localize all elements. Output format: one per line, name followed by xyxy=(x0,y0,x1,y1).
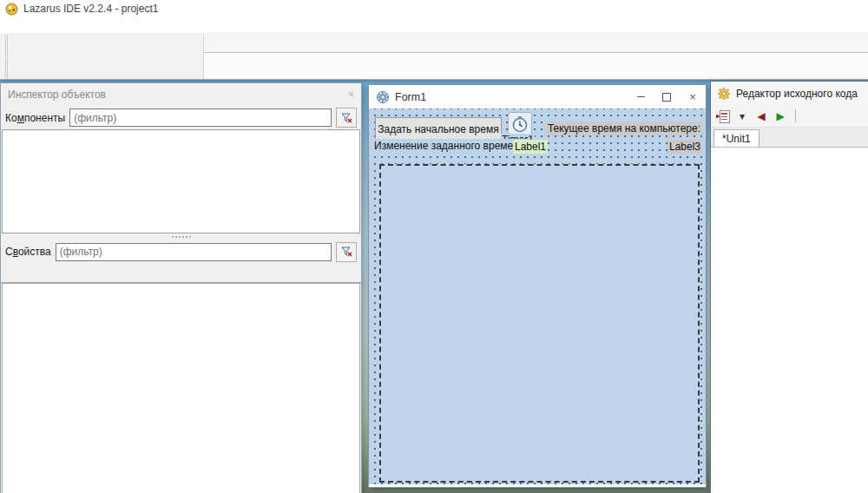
jump-to-section-icon[interactable] xyxy=(715,108,731,124)
form-icon xyxy=(376,90,390,104)
maximize-button[interactable] xyxy=(654,85,680,108)
component-tree[interactable] xyxy=(2,129,360,233)
components-filter-row: Компоненты xyxy=(1,106,361,129)
properties-filter-row: Свойства xyxy=(1,240,361,263)
label3-control[interactable]: Label3 xyxy=(667,140,702,154)
property-grid[interactable] xyxy=(2,283,360,493)
source-editor-title: Редактор исходного кода xyxy=(736,88,858,100)
inspector-splitter[interactable] xyxy=(1,233,361,240)
palette-components xyxy=(204,53,868,79)
components-filter-input[interactable] xyxy=(69,108,332,127)
main-toolbars xyxy=(0,34,204,79)
close-icon[interactable]: × xyxy=(348,89,354,101)
close-button[interactable]: × xyxy=(680,85,706,108)
chevron-down-icon[interactable]: ▾ xyxy=(734,108,750,124)
object-inspector-window: Инспектор объектов × Компоненты Свойства xyxy=(0,82,362,493)
window-title: Lazarus IDE v2.2.4 - project1 xyxy=(23,3,158,15)
label2-control[interactable]: Текущее время на компьютере: xyxy=(546,122,702,135)
form-titlebar[interactable]: Form1 × xyxy=(369,85,706,108)
properties-filter-input[interactable] xyxy=(56,243,332,261)
source-editor-header: Редактор исходного кода xyxy=(711,82,868,105)
palette-tabs xyxy=(204,34,868,53)
stopwatch-icon xyxy=(511,115,529,133)
inspector-tabs xyxy=(1,263,361,283)
menu-bar xyxy=(0,17,868,34)
source-editor-icon xyxy=(717,87,731,101)
desktop-wallpaper: Lazarus IDE v2.2.4 - project1 Инспектор … xyxy=(0,0,868,493)
lazarus-main-window: Lazarus IDE v2.2.4 - project1 xyxy=(0,0,868,80)
navigate-back-icon[interactable]: ◀ xyxy=(753,108,769,124)
editor-tab-bar: *Unit1 xyxy=(711,128,868,148)
components-label: Компоненты xyxy=(5,112,65,124)
image1-control[interactable] xyxy=(379,164,700,483)
source-editor-toolbar: ▾ ◀ ▶ xyxy=(711,105,868,128)
code-editor-area[interactable] xyxy=(711,148,868,493)
object-inspector-title: Инспектор объектов xyxy=(8,89,106,101)
window-controls: × xyxy=(628,85,706,108)
timer1-control[interactable] xyxy=(508,112,532,136)
tab-unit1[interactable]: *Unit1 xyxy=(713,129,760,147)
object-inspector-header: Инспектор объектов × xyxy=(1,83,361,106)
main-titlebar: Lazarus IDE v2.2.4 - project1 xyxy=(0,0,868,17)
lazarus-app-icon xyxy=(5,3,18,16)
component-palette xyxy=(204,34,868,79)
form-designer-window: Form1 × Задать начальное время Timer1 Те… xyxy=(368,84,707,488)
toolbar-row-1 xyxy=(5,35,203,56)
navigate-forward-icon[interactable]: ▶ xyxy=(773,108,788,124)
form-design-surface[interactable]: Задать начальное время Timer1 Текущее вр… xyxy=(369,108,706,484)
toolbar-separator xyxy=(795,109,796,122)
source-editor-window: Редактор исходного кода ▾ ◀ ▶ *Unit1 xyxy=(710,81,868,493)
button1-control[interactable]: Задать начальное время xyxy=(375,117,502,141)
toolbar-row-2 xyxy=(5,57,203,79)
filter-clear-icon[interactable] xyxy=(336,108,357,128)
form-title: Form1 xyxy=(395,91,426,103)
toolbar-zone xyxy=(0,34,868,79)
filter-clear-icon[interactable] xyxy=(336,242,357,262)
minimize-button[interactable] xyxy=(628,85,654,108)
properties-label: Свойства xyxy=(5,246,51,258)
label4-control[interactable]: Изменение заданного времени: xyxy=(372,139,529,153)
label1-control[interactable]: Label1 xyxy=(513,140,548,154)
